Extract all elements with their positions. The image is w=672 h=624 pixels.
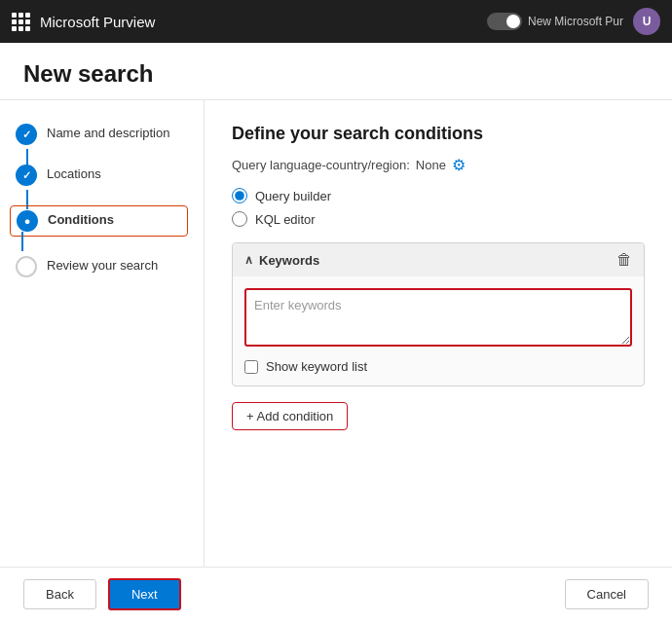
- step-label-review: Review your search: [47, 256, 158, 275]
- radio-query-builder-label: Query builder: [255, 189, 331, 203]
- page-header: New search: [0, 43, 672, 100]
- step-label-conditions: Conditions: [48, 210, 114, 229]
- radio-kql-editor-label: KQL editor: [255, 212, 316, 227]
- keywords-header: ∧ Keywords 🗑: [233, 243, 644, 276]
- step-circle-review: [16, 256, 37, 277]
- keywords-section: ∧ Keywords 🗑 Show keyword list: [232, 242, 645, 386]
- content-title: Define your search conditions: [232, 124, 645, 144]
- toggle-label: New Microsoft Pur: [528, 15, 623, 28]
- keywords-input[interactable]: [244, 288, 632, 347]
- step-review: Review your search: [16, 256, 188, 277]
- step-circle-conditions: ●: [17, 210, 38, 232]
- main-layout: ✓ Name and description ✓ Locations ● Con…: [0, 100, 672, 567]
- keywords-body: Show keyword list: [233, 276, 644, 385]
- sidebar-stepper: ✓ Name and description ✓ Locations ● Con…: [0, 100, 205, 567]
- chevron-up-icon[interactable]: ∧: [244, 253, 253, 267]
- footer: Back Next Cancel: [0, 567, 672, 621]
- show-keyword-list-row: Show keyword list: [244, 359, 632, 374]
- radio-query-builder-input[interactable]: [232, 188, 247, 203]
- step-label-name: Name and description: [47, 124, 169, 142]
- topbar-left: Microsoft Purview: [12, 13, 155, 31]
- show-keyword-list-label: Show keyword list: [266, 359, 367, 374]
- apps-icon[interactable]: [12, 13, 30, 31]
- content-area: Define your search conditions Query lang…: [205, 100, 672, 567]
- query-lang-row: Query language-country/region: None ⚙: [232, 156, 645, 174]
- step-label-locations: Locations: [47, 165, 101, 183]
- keywords-header-left: ∧ Keywords: [244, 253, 319, 268]
- next-button[interactable]: Next: [108, 578, 181, 610]
- step-name: ✓ Name and description: [16, 124, 188, 145]
- topbar-right: New Microsoft Pur U: [487, 8, 660, 35]
- cancel-button[interactable]: Cancel: [565, 579, 649, 609]
- step-circle-name: ✓: [16, 124, 37, 145]
- keywords-title: Keywords: [259, 253, 319, 268]
- step-conditions: ● Conditions: [10, 205, 188, 237]
- avatar[interactable]: U: [633, 8, 660, 35]
- page-title: New search: [23, 60, 649, 88]
- radio-query-builder[interactable]: Query builder: [232, 188, 645, 203]
- query-mode-radio-group: Query builder KQL editor: [232, 188, 645, 227]
- app-name: Microsoft Purview: [40, 14, 155, 30]
- back-button[interactable]: Back: [23, 579, 96, 609]
- query-lang-settings-icon[interactable]: ⚙: [452, 156, 466, 174]
- query-lang-value: None: [416, 158, 446, 172]
- step-circle-locations: ✓: [16, 165, 37, 186]
- query-lang-label: Query language-country/region:: [232, 158, 410, 172]
- add-condition-button[interactable]: + Add condition: [232, 402, 348, 430]
- delete-keywords-icon[interactable]: 🗑: [616, 251, 632, 269]
- radio-kql-editor-input[interactable]: [232, 211, 247, 227]
- step-locations: ✓ Locations: [16, 165, 188, 186]
- new-experience-toggle[interactable]: [487, 13, 522, 30]
- radio-kql-editor[interactable]: KQL editor: [232, 211, 645, 227]
- show-keyword-list-checkbox[interactable]: [244, 360, 258, 374]
- topbar: Microsoft Purview New Microsoft Pur U: [0, 0, 672, 43]
- new-experience-toggle-container: New Microsoft Pur: [487, 13, 623, 30]
